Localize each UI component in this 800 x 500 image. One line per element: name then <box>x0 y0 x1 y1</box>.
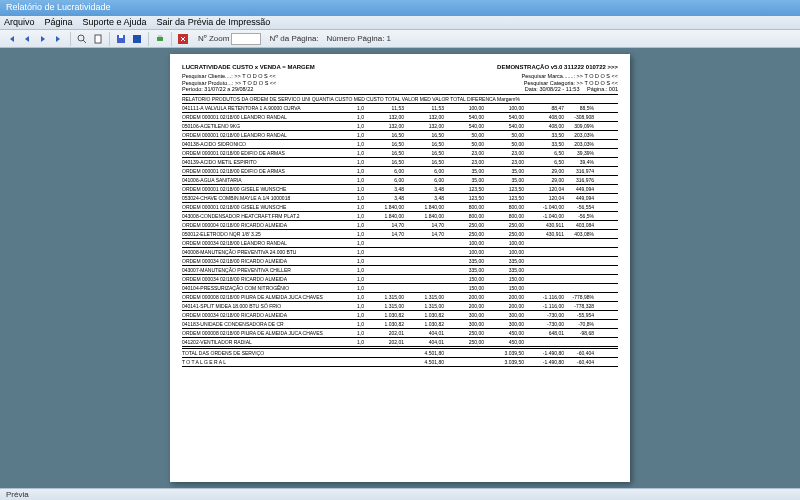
table-row: ORDEM 000001 02/18/00 LEANDRO RANDAL1,01… <box>182 114 618 120</box>
last-page-button[interactable] <box>52 32 66 46</box>
svg-rect-6 <box>158 35 162 37</box>
table-row: 040138-ACIDO SIDRONICO1,016,5016,5050,00… <box>182 141 618 147</box>
menu-bar: Arquivo Página Suporte e Ajuda Sair da P… <box>0 16 800 30</box>
page-setup-button[interactable] <box>91 32 105 46</box>
total-geral-label: T O T A L G E R A L <box>182 359 342 365</box>
last-icon <box>54 34 64 44</box>
table-row: 041111-A VALVULA RETENTORA 1 A.90000 CUR… <box>182 105 618 111</box>
prev-icon <box>22 34 32 44</box>
filter-marca: Pesquisar Marca.......: >> T O D O S << <box>522 73 618 80</box>
page-num-value: Número Página: 1 <box>327 34 391 43</box>
save-button[interactable] <box>114 32 128 46</box>
table-row: ORDEM 000034 02/18/00 RICARDO ALMEIDA1,0… <box>182 276 618 282</box>
table-row: 040008-MANUTENÇÃO PREVENTIVA 24.000 BTU1… <box>182 249 618 255</box>
zoom-tool-button[interactable] <box>75 32 89 46</box>
svg-rect-4 <box>133 35 141 43</box>
table-row: 041006-AGUA SANITARIA1,06,006,0035,0035,… <box>182 177 618 183</box>
table-row: ORDEM 000008 02/18/00 PIURA DE ALMEIDA J… <box>182 330 618 336</box>
export-button[interactable] <box>130 32 144 46</box>
report-page: LUCRATIVIDADE CUSTO x VENDA = MARGEMDEMO… <box>170 54 630 482</box>
table-row: 040139-ACIDO METIL ESPIRITO1,016,5016,50… <box>182 159 618 165</box>
svg-rect-1 <box>95 35 101 43</box>
print-button[interactable] <box>153 32 167 46</box>
first-page-button[interactable] <box>4 32 18 46</box>
table-row: 040141-SPLIT MIDEA 18.000 BTU SÓ FRIO1,0… <box>182 303 618 309</box>
menu-arquivo[interactable]: Arquivo <box>4 17 35 28</box>
table-row: 041202-VENTILADOR RADIAL1,0202,01404,012… <box>182 339 618 345</box>
report-rows: 041111-A VALVULA RETENTORA 1 A.90000 CUR… <box>182 105 618 347</box>
table-row: ORDEM 000001 02/18/00 GISELE WUNSCHE1,01… <box>182 204 618 210</box>
separator <box>171 32 172 46</box>
svg-rect-5 <box>157 37 163 41</box>
svg-rect-3 <box>119 35 123 38</box>
table-row: 041183-UNIDADE CONDENSADORA DE CR1,01.03… <box>182 321 618 327</box>
separator <box>148 32 149 46</box>
table-row: ORDEM 000034 02/18/00 RICARDO ALMEIDA1,0… <box>182 312 618 318</box>
title-bar: Relatório de Lucratividade <box>0 0 800 16</box>
filter-produto: Pesquisar Produto...: >> T O D O S << <box>182 80 276 87</box>
periodo: Período: 31/07/22 a 29/08/22 <box>182 86 253 93</box>
table-row: 043007-MANUTENÇÃO PREVENTIVA CHILLER1,03… <box>182 267 618 273</box>
table-row: ORDEM 000001 02/18/00 EDIFIO DE ARMAS1,0… <box>182 168 618 174</box>
toolbar: Nº Zoom Nº da Página: Número Página: 1 <box>0 30 800 48</box>
report-pageno: Página.: 001 <box>587 86 618 92</box>
menu-suporte[interactable]: Suporte e Ajuda <box>83 17 147 28</box>
first-icon <box>6 34 16 44</box>
print-icon <box>155 34 165 44</box>
menu-pagina[interactable]: Página <box>45 17 73 28</box>
report-date: Data: 30/08/22 - 11:53 <box>525 86 580 92</box>
total-m: -60,404 <box>564 350 594 356</box>
table-row: ORDEM 000004 02/18/00 RICARDO ALMEIDA1,0… <box>182 222 618 228</box>
save-icon <box>116 34 126 44</box>
menu-sair[interactable]: Sair da Prévia de Impressão <box>157 17 271 28</box>
filter-categoria: Pesquisar Categoria: >> T O D O S << <box>524 80 618 87</box>
zoom-label: Nº Zoom <box>198 34 229 43</box>
total-v: 3.039,50 <box>484 350 524 356</box>
table-row: 050106-ACETILENO 9KG1,0132,00132,00540,0… <box>182 123 618 129</box>
total-q: 4.501,80 <box>404 350 444 356</box>
column-header: RELATORIO PRODUTOS DA ORDEM DE SERVICO U… <box>182 96 618 102</box>
table-row: ORDEM 000034 02/18/00 RICARDO ALMEIDA1,0… <box>182 258 618 264</box>
table-row: 043008-CONDENSADOR HEATCRAFT.FRM PLAT.21… <box>182 213 618 219</box>
page-num-label: Nº da Página: <box>269 34 318 43</box>
status-bar: Prévia <box>0 488 800 500</box>
window-title: Relatório de Lucratividade <box>6 2 111 12</box>
table-row: 040104-PRESSURIZAÇÃO COM NITROGÊNIO1,015… <box>182 285 618 291</box>
filter-cliente: Pesquisar Cliente....: >> T O D O S << <box>182 73 276 80</box>
page-icon <box>93 34 103 44</box>
report-title-left: LUCRATIVIDADE CUSTO x VENDA = MARGEM <box>182 64 315 71</box>
status-text: Prévia <box>6 490 29 499</box>
preview-viewer[interactable]: LUCRATIVIDADE CUSTO x VENDA = MARGEMDEMO… <box>0 48 800 488</box>
export-icon <box>132 34 142 44</box>
table-row: 050012-ELETRODO NQR 1/8' 3.251,014,7014,… <box>182 231 618 237</box>
table-row: 053024-CHAVE COMBIN.MAYLE A.1/4 10000181… <box>182 195 618 201</box>
total-d: -1.490,80 <box>524 350 564 356</box>
prev-page-button[interactable] <box>20 32 34 46</box>
next-page-button[interactable] <box>36 32 50 46</box>
close-button[interactable] <box>176 32 190 46</box>
table-row: ORDEM 000008 02/18/00 PIURA DE ALMEIDA J… <box>182 294 618 300</box>
table-row: ORDEM 000001 02/18/00 GISELE WUNSCHE1,03… <box>182 186 618 192</box>
separator <box>70 32 71 46</box>
zoom-icon <box>77 34 87 44</box>
close-icon <box>178 34 188 44</box>
table-row: ORDEM 000034 02/18/00 LEANDRO RANDAL1,01… <box>182 240 618 246</box>
total-ordens-label: TOTAL DAS ORDENS DE SERVIÇO <box>182 350 342 356</box>
table-row: ORDEM 000001 02/18/00 LEANDRO RANDAL1,01… <box>182 132 618 138</box>
next-icon <box>38 34 48 44</box>
zoom-input[interactable] <box>231 33 261 45</box>
table-row: ORDEM 000001 02/18/00 EDIFIO DE ARMAS1,0… <box>182 150 618 156</box>
report-title-right: DEMONSTRAÇÃO v5.0 311222 010722 >>> <box>497 64 618 71</box>
separator <box>109 32 110 46</box>
